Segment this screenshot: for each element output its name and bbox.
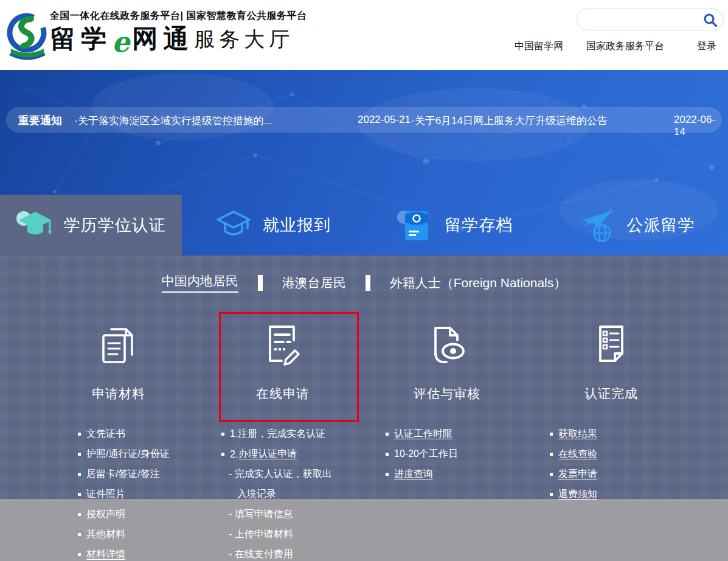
step-certification-complete[interactable]: 认证完成 (529, 307, 693, 402)
list-item[interactable]: 授权声明 (78, 504, 201, 524)
search-input[interactable] (586, 10, 702, 30)
list-item[interactable]: 护照/通行证/身份证 (78, 444, 201, 464)
brand-part2: e (112, 28, 130, 56)
step-application-materials[interactable]: 申请材料 (36, 307, 201, 402)
platform-line: 全国一体化在线政务服务平台| 国家智慧教育公共服务平台 (50, 10, 307, 23)
notice-date: 2022-05-21 (358, 114, 411, 126)
list-item[interactable]: 认证工作时限 (386, 424, 529, 444)
brand-title: 留学e网通服务大厅 (50, 22, 294, 56)
list-item[interactable]: 进度查询 (386, 464, 529, 484)
document-eye-icon (421, 319, 473, 371)
step-list: 文凭证书 护照/通行证/身份证 居留卡/签证/签注 证件照片 授权声明 其他材料… (78, 424, 201, 561)
brand-part3: 网通 (132, 22, 194, 56)
list-item: 10-20个工作日 (386, 444, 529, 464)
notice-date: 2022-06-14 (674, 114, 722, 138)
list-item: - 在线支付费用 (221, 545, 365, 561)
main-tabs: 学历学位认证 就业报到 留学存档 (0, 195, 728, 256)
tab-government-sponsored-study[interactable]: 公派留学 (546, 195, 728, 256)
resident-subtabs: 中国内地居民 港澳台居民 外籍人士（Foreign Nationals） (0, 273, 728, 293)
checklist-icon (586, 319, 637, 371)
list-item: 入境记录 (221, 484, 365, 504)
list-item[interactable]: 材料详情 (78, 545, 201, 561)
subtab-mainland-residents[interactable]: 中国内地居民 (162, 273, 238, 293)
list-item[interactable]: 文凭证书 (78, 424, 201, 444)
list-item[interactable]: 在线查验 (550, 444, 693, 464)
step-column-certification-complete: 认证完成 获取结果 在线查验 发票申请 退费须知 (529, 307, 693, 561)
list-item: - 完成实人认证，获取出 (221, 464, 365, 484)
list-item[interactable]: 居留卡/签证/签注 (78, 464, 201, 484)
subtab-hk-macao-taiwan-residents[interactable]: 港澳台居民 (282, 274, 346, 291)
list-item: - 填写申请信息 (221, 504, 365, 524)
search-icon[interactable] (702, 12, 718, 28)
tab-degree-certification[interactable]: 学历学位认证 (0, 195, 182, 256)
step-column-online-application: 在线申请 1.注册，完成实名认证 2.办理认证申请 - 完成实人认证，获取出 入… (201, 307, 365, 561)
tab-label: 就业报到 (263, 214, 331, 236)
notice-bar: 重要通知 ·关于落实海淀区全域实行提级管控措施的... 2022-05-21 ·… (6, 107, 722, 133)
notice-link[interactable]: ·关于落实海淀区全域实行提级管控措施的... (74, 114, 272, 128)
tab-label: 留学存档 (445, 214, 513, 236)
form-edit-icon (257, 319, 308, 371)
step-list: 认证工作时限 10-20个工作日 进度查询 (386, 424, 529, 484)
nav-link-china-study-abroad[interactable]: 中国留学网 (515, 40, 563, 53)
tab-label: 学历学位认证 (64, 214, 166, 236)
subtab-separator (258, 275, 263, 291)
nav-link-national-gov-platform[interactable]: 国家政务服务平台 (586, 40, 664, 53)
tab-label: 公派留学 (626, 214, 695, 236)
brand-part1: 留学 (50, 22, 112, 56)
brand-part4: 服务大厅 (194, 26, 294, 56)
search-box (577, 9, 724, 30)
subtab-separator (366, 275, 370, 291)
list-item[interactable]: 发票申请 (550, 464, 693, 484)
archive-envelope-icon (397, 207, 434, 243)
step-list: 1.注册，完成实名认证 2.办理认证申请 - 完成实人认证，获取出 入境记录 -… (221, 424, 365, 561)
process-steps: 申请材料 文凭证书 护照/通行证/身份证 居留卡/签证/签注 证件照片 授权声明… (36, 307, 693, 561)
graduation-cap-outline-icon (215, 209, 252, 241)
step-evaluation-review[interactable]: 评估与审核 (365, 307, 529, 402)
list-item[interactable]: 其他材料 (78, 524, 201, 545)
list-item[interactable]: 1.注册，完成实名认证 (221, 424, 365, 444)
page: 全国一体化在线政务服务平台| 国家智慧教育公共服务平台 留学e网通服务大厅 中国… (0, 0, 728, 561)
step-label: 评估与审核 (414, 385, 480, 402)
tab-employment-registration[interactable]: 就业报到 (182, 195, 364, 256)
list-item[interactable]: 2.办理认证申请 (221, 444, 365, 464)
list-item: - 上传申请材料 (221, 524, 365, 545)
step-label: 在线申请 (256, 385, 310, 402)
documents-icon (93, 319, 144, 371)
tab-study-abroad-archive[interactable]: 留学存档 (364, 195, 546, 256)
graduation-cap-icon (16, 209, 53, 241)
plane-globe-icon (579, 207, 615, 243)
notice-bar-label: 重要通知 (18, 113, 62, 128)
step-column-application-materials: 申请材料 文凭证书 护照/通行证/身份证 居留卡/签证/签注 证件照片 授权声明… (36, 307, 201, 561)
header: 全国一体化在线政务服务平台| 国家智慧教育公共服务平台 留学e网通服务大厅 中国… (0, 0, 728, 70)
step-online-application[interactable]: 在线申请 (201, 307, 365, 402)
login-link[interactable]: 登录 (697, 40, 716, 53)
step-label: 申请材料 (92, 385, 145, 402)
list-item[interactable]: 获取结果 (550, 424, 693, 444)
cscse-logo-icon (4, 7, 51, 63)
step-label: 认证完成 (584, 385, 638, 402)
step-list: 获取结果 在线查验 发票申请 退费须知 (550, 424, 693, 504)
list-item[interactable]: 退费须知 (550, 484, 693, 504)
step-column-evaluation-review: 评估与审核 认证工作时限 10-20个工作日 进度查询 (365, 307, 529, 561)
subtab-foreign-nationals[interactable]: 外籍人士（Foreign Nationals） (390, 274, 567, 291)
list-item[interactable]: 证件照片 (78, 484, 201, 504)
notice-link[interactable]: ·关于6月14日网上服务大厅升级运维的公告 (411, 114, 608, 128)
